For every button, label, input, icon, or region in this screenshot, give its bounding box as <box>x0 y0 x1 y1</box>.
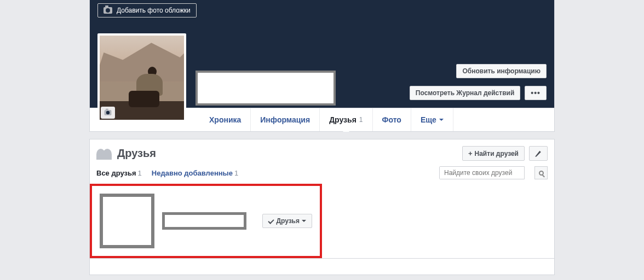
tab-more[interactable]: Еще <box>411 108 453 131</box>
friends-panel: Друзья +Найти друзей Все друзья1 Недавно… <box>89 139 555 259</box>
friend-name-box[interactable] <box>162 212 246 230</box>
find-friends-button[interactable]: +Найти друзей <box>462 146 525 161</box>
people-icon <box>96 148 112 160</box>
tab-friends-count: 1 <box>359 116 363 124</box>
tab-friends-label: Друзья <box>329 115 357 124</box>
tab-friends[interactable]: Друзья 1 <box>320 108 372 131</box>
tab-more-label: Еще <box>421 115 436 124</box>
add-cover-button[interactable]: Добавить фото обложки <box>97 3 197 18</box>
activity-log-button[interactable]: Посмотреть Журнал действий <box>410 86 520 100</box>
plus-icon: + <box>468 149 473 158</box>
filter-all[interactable]: Все друзья1 <box>96 169 142 177</box>
edit-button[interactable] <box>529 146 548 161</box>
profile-tabs: Хроника Информация Друзья 1 Фото Еще <box>200 108 554 131</box>
add-cover-label: Добавить фото обложки <box>117 7 191 14</box>
panel-title: Друзья <box>117 147 156 160</box>
chevron-down-icon <box>302 220 306 224</box>
search-icon <box>539 171 544 176</box>
check-icon <box>268 218 274 224</box>
tab-info[interactable]: Информация <box>251 108 320 131</box>
search-button[interactable] <box>534 166 548 179</box>
friend-card: Друзья <box>90 184 322 258</box>
camera-icon <box>104 7 112 14</box>
change-avatar-button[interactable] <box>101 107 115 119</box>
tab-timeline[interactable]: Хроника <box>200 108 251 131</box>
profile-name-box <box>196 71 336 106</box>
friend-status-button[interactable]: Друзья <box>262 214 312 228</box>
pencil-icon <box>535 150 542 157</box>
chevron-down-icon <box>439 119 444 123</box>
profile-avatar[interactable] <box>97 33 186 122</box>
tab-photo[interactable]: Фото <box>373 108 411 131</box>
friend-search-input[interactable] <box>440 167 524 179</box>
cover-area: Добавить фото обложки Обновить информаци… <box>90 0 554 108</box>
more-actions-button[interactable]: ••• <box>525 86 547 100</box>
filter-recent[interactable]: Недавно добавленные1 <box>152 169 238 177</box>
friend-avatar[interactable] <box>100 194 154 248</box>
friend-search <box>439 166 525 179</box>
panel-footer <box>89 259 555 275</box>
update-info-button[interactable]: Обновить информацию <box>456 64 547 78</box>
dots-icon: ••• <box>531 89 540 97</box>
